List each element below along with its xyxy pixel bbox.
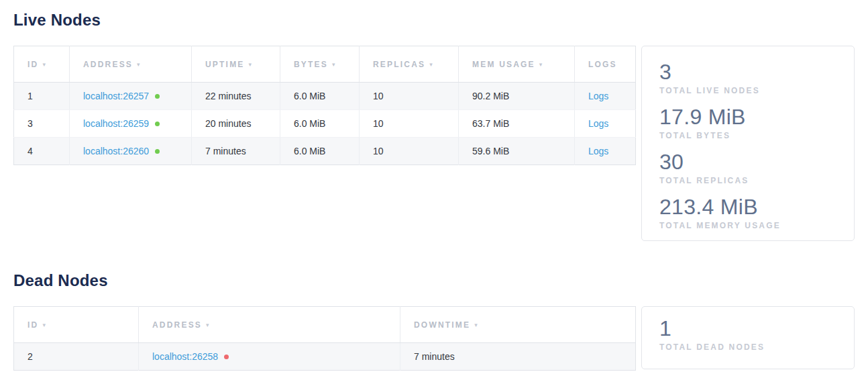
total-live-nodes-value: 3 — [659, 59, 842, 85]
live-nodes-section: ID▾ ADDRESS▾ UPTIME▾ BYTES▾ REPLICAS▾ ME… — [13, 46, 855, 241]
live-nodes-summary-card: 3 TOTAL LIVE NODES 17.9 MiB TOTAL BYTES … — [641, 46, 855, 241]
node-address-cell: localhost:26258 — [139, 343, 400, 371]
node-id-cell: 3 — [14, 110, 70, 138]
node-logs-link[interactable]: Logs — [588, 118, 608, 129]
live-nodes-heading: Live Nodes — [13, 11, 855, 30]
sort-down-icon: ▾ — [332, 61, 337, 68]
column-header-address[interactable]: ADDRESS▾ — [70, 46, 192, 83]
summary-stat: 1 TOTAL DEAD NODES — [659, 316, 842, 352]
column-header-mem-usage[interactable]: MEM USAGE▾ — [459, 46, 575, 83]
column-header-id-label: ID — [28, 320, 38, 330]
node-address-cell: localhost:26259 — [70, 110, 192, 138]
dead-node-row: 2 localhost:26258 7 minutes — [14, 343, 636, 371]
node-bytes-cell: 6.0 MiB — [280, 110, 360, 138]
node-uptime-cell: 7 minutes — [192, 138, 280, 165]
summary-stat: 213.4 MiB TOTAL MEMORY USAGE — [659, 194, 842, 230]
column-header-replicas-label: REPLICAS — [373, 60, 425, 69]
sort-down-icon: ▾ — [539, 61, 544, 68]
node-logs-cell: Logs — [575, 138, 636, 165]
nodes-overview-page: Live Nodes ID▾ ADDRESS▾ UPTIME▾ BYTES▾ R… — [0, 0, 868, 371]
live-status-icon — [155, 122, 160, 126]
total-memory-usage-label: TOTAL MEMORY USAGE — [659, 221, 842, 230]
node-address-cell: localhost:26260 — [70, 138, 192, 165]
node-mem-usage-cell: 90.2 MiB — [459, 83, 575, 110]
live-status-icon — [155, 149, 160, 154]
node-id-cell: 1 — [14, 83, 70, 110]
column-header-logs: LOGS — [575, 46, 636, 83]
node-uptime-cell: 22 minutes — [192, 83, 280, 110]
column-header-id[interactable]: ID▾ — [14, 46, 70, 83]
live-table-header-row: ID▾ ADDRESS▾ UPTIME▾ BYTES▾ REPLICAS▾ ME… — [14, 46, 636, 83]
dead-nodes-heading: Dead Nodes — [13, 271, 855, 290]
dead-status-icon — [224, 355, 229, 359]
summary-stat: 30 TOTAL REPLICAS — [659, 149, 842, 185]
column-header-logs-label: LOGS — [588, 60, 617, 69]
total-live-nodes-label: TOTAL LIVE NODES — [659, 86, 842, 95]
dead-nodes-section: ID▾ ADDRESS▾ DOWNTIME▾ 2 localhost:26258… — [13, 306, 855, 371]
total-bytes-label: TOTAL BYTES — [659, 131, 842, 140]
node-replicas-cell: 10 — [360, 83, 459, 110]
total-dead-nodes-value: 1 — [659, 316, 842, 341]
live-node-row: 3 localhost:26259 20 minutes 6.0 MiB 10 … — [14, 110, 636, 138]
column-header-bytes[interactable]: BYTES▾ — [280, 46, 360, 83]
node-uptime-cell: 20 minutes — [192, 110, 280, 138]
column-header-downtime[interactable]: DOWNTIME▾ — [400, 307, 636, 343]
node-logs-cell: Logs — [575, 110, 636, 138]
node-mem-usage-cell: 63.7 MiB — [459, 110, 575, 138]
sort-down-icon: ▾ — [429, 61, 434, 68]
node-downtime-cell: 7 minutes — [400, 343, 636, 371]
node-address-link[interactable]: localhost:26260 — [83, 146, 149, 156]
dead-nodes-summary-card: 1 TOTAL DEAD NODES — [641, 306, 855, 369]
node-mem-usage-cell: 59.6 MiB — [459, 138, 575, 165]
sort-down-icon: ▾ — [474, 322, 479, 328]
node-replicas-cell: 10 — [360, 110, 459, 138]
node-address-cell: localhost:26257 — [70, 83, 192, 110]
column-header-address-label: ADDRESS — [152, 320, 202, 330]
node-logs-cell: Logs — [575, 83, 636, 110]
column-header-mem-usage-label: MEM USAGE — [472, 60, 535, 69]
column-header-replicas[interactable]: REPLICAS▾ — [360, 46, 459, 83]
live-status-icon — [155, 94, 160, 99]
live-nodes-table: ID▾ ADDRESS▾ UPTIME▾ BYTES▾ REPLICAS▾ ME… — [13, 46, 636, 165]
node-bytes-cell: 6.0 MiB — [280, 138, 360, 165]
live-node-row: 1 localhost:26257 22 minutes 6.0 MiB 10 … — [14, 83, 636, 110]
node-bytes-cell: 6.0 MiB — [280, 83, 360, 110]
total-memory-usage-value: 213.4 MiB — [659, 194, 842, 220]
node-id-cell: 2 — [14, 343, 139, 371]
live-node-row: 4 localhost:26260 7 minutes 6.0 MiB 10 5… — [14, 138, 636, 165]
node-logs-link[interactable]: Logs — [588, 146, 608, 156]
summary-stat: 17.9 MiB TOTAL BYTES — [659, 104, 842, 140]
column-header-id[interactable]: ID▾ — [14, 307, 139, 343]
column-header-address-label: ADDRESS — [83, 60, 133, 69]
dead-table-header-row: ID▾ ADDRESS▾ DOWNTIME▾ — [14, 307, 636, 343]
node-id-cell: 4 — [14, 138, 70, 165]
total-dead-nodes-label: TOTAL DEAD NODES — [659, 342, 842, 352]
column-header-uptime-label: UPTIME — [205, 60, 245, 69]
column-header-downtime-label: DOWNTIME — [414, 320, 470, 330]
total-replicas-value: 30 — [659, 149, 842, 175]
sort-down-icon: ▾ — [206, 322, 211, 328]
sort-down-icon: ▾ — [42, 61, 47, 68]
node-address-link[interactable]: localhost:26258 — [152, 351, 218, 362]
total-bytes-value: 17.9 MiB — [659, 104, 842, 130]
dead-nodes-table: ID▾ ADDRESS▾ DOWNTIME▾ 2 localhost:26258… — [13, 306, 636, 371]
total-replicas-label: TOTAL REPLICAS — [659, 176, 842, 185]
summary-stat: 3 TOTAL LIVE NODES — [659, 59, 842, 95]
sort-down-icon: ▾ — [42, 322, 47, 328]
column-header-id-label: ID — [28, 60, 38, 69]
column-header-uptime[interactable]: UPTIME▾ — [192, 46, 280, 83]
node-replicas-cell: 10 — [360, 138, 459, 165]
sort-down-icon: ▾ — [137, 61, 142, 68]
sort-down-icon: ▾ — [249, 61, 254, 68]
column-header-bytes-label: BYTES — [294, 60, 328, 69]
node-logs-link[interactable]: Logs — [588, 91, 608, 101]
node-address-link[interactable]: localhost:26259 — [83, 118, 149, 129]
column-header-address[interactable]: ADDRESS▾ — [139, 307, 400, 343]
node-address-link[interactable]: localhost:26257 — [83, 91, 149, 101]
